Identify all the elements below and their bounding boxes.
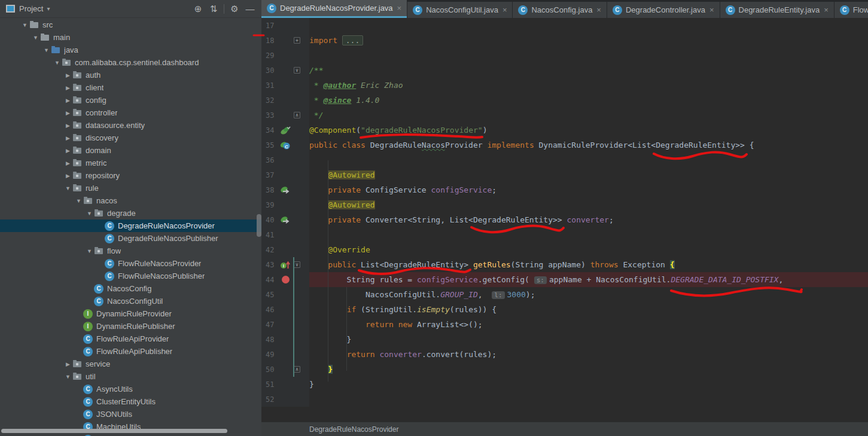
tree-row-rule[interactable]: ▼rule: [0, 182, 261, 194]
code-line-38[interactable]: 38 private ConfigService configService;: [261, 182, 868, 197]
code-line-36[interactable]: 36: [261, 153, 868, 167]
code-line-51[interactable]: 51}: [261, 377, 868, 392]
class-icon: C: [267, 4, 276, 13]
tree-row-asyncutils[interactable]: CAsyncUtils: [0, 383, 261, 395]
tree-row-nacosconfigutil[interactable]: CNacosConfigUtil: [0, 295, 261, 307]
code-line-18[interactable]: 18+import ...: [261, 33, 868, 48]
editor-tab-nacosconfig-java[interactable]: CNacosConfig.java×: [513, 2, 606, 18]
code-line-29[interactable]: 29: [261, 48, 868, 63]
tree-row-degrade[interactable]: ▼degrade: [0, 207, 261, 219]
code-line-34[interactable]: 34@Component("degradeRuleNacosProvider"): [261, 123, 868, 138]
tree-row-java[interactable]: ▼java: [0, 44, 261, 56]
code-line-17[interactable]: 17: [261, 18, 868, 33]
tree-row-metric[interactable]: ▶metric: [0, 157, 261, 169]
tree-vertical-scrollbar[interactable]: [257, 214, 261, 237]
spring-leaves-icon[interactable]: [278, 126, 293, 135]
code-line-39[interactable]: 39 @Autowired: [261, 197, 868, 212]
tree-row-partial[interactable]: C: [0, 433, 261, 436]
code-line-41[interactable]: 41: [261, 227, 868, 242]
code-line-48[interactable]: 48 }: [261, 332, 868, 347]
code-line-47[interactable]: 47 return new ArrayList<>();: [261, 317, 868, 332]
code-line-44[interactable]: 44 String rules = configService.getConfi…: [261, 272, 868, 287]
tree-row-jsonutils[interactable]: CJSONUtils: [0, 408, 261, 420]
code-line-32[interactable]: 32 * @since 1.4.0: [261, 93, 868, 108]
tree-row-degraderulenacosprovider[interactable]: CDegradeRuleNacosProvider: [0, 219, 261, 232]
tree-row-service[interactable]: ▶service: [0, 358, 261, 370]
locate-icon[interactable]: ⊕: [190, 4, 206, 14]
tree-row-domain[interactable]: ▶domain: [0, 144, 261, 157]
hide-panel-icon[interactable]: —: [242, 4, 258, 14]
breadcrumb-item[interactable]: DegradeRuleNacosProvider: [309, 425, 398, 434]
fold-marker-icon[interactable]: ∧: [294, 366, 300, 373]
code-line-31[interactable]: 31 * @author Eric Zhao: [261, 78, 868, 93]
tree-row-nacosconfig[interactable]: CNacosConfig: [0, 282, 261, 295]
tree-row-src[interactable]: ▼src: [0, 19, 261, 31]
code-line-42[interactable]: 42 @Override: [261, 242, 868, 257]
breakpoint-icon[interactable]: [278, 275, 293, 285]
settings-gear-icon[interactable]: ⚙: [227, 4, 242, 14]
tree-row-clusterentityutils[interactable]: CClusterEntityUtils: [0, 395, 261, 408]
tree-horizontal-scrollbar[interactable]: [1, 429, 227, 433]
fold-marker-icon[interactable]: ∧: [294, 112, 300, 118]
class-icon: C: [105, 221, 114, 231]
close-icon[interactable]: ×: [824, 5, 829, 14]
tree-row-datasource-entity[interactable]: ▶datasource.entity: [0, 119, 261, 132]
code-line-49[interactable]: 49 return converter.convert(rules);: [261, 347, 868, 362]
editor-tab-degradecontroller-java[interactable]: CDegradeController.java×: [607, 2, 720, 18]
editor-tab-degraderuleentity-java[interactable]: CDegradeRuleEntity.java×: [720, 2, 834, 18]
code-line-37[interactable]: 37 @Autowired: [261, 167, 868, 182]
code-text: @Autowired: [309, 197, 868, 212]
code-line-52[interactable]: 52: [261, 392, 868, 407]
code-line-46[interactable]: 46 if (StringUtil.isEmpty(rules)) {: [261, 302, 868, 317]
tree-row-label: NacosConfig: [107, 284, 151, 293]
project-tree[interactable]: ▼src▼main▼java▼com.alibaba.csp.sentinel.…: [0, 19, 261, 436]
tree-row-config[interactable]: ▶config: [0, 94, 261, 106]
tree-row-discovery[interactable]: ▶discovery: [0, 132, 261, 144]
tree-row-auth[interactable]: ▶auth: [0, 69, 261, 81]
editor-tab-degraderulenacosprovider-java[interactable]: CDegradeRuleNacosProvider.java×: [261, 0, 407, 18]
collapse-all-icon[interactable]: ⇅: [206, 4, 221, 14]
close-icon[interactable]: ×: [709, 5, 714, 14]
spring-bean-icon[interactable]: C: [278, 141, 293, 150]
code-line-33[interactable]: 33∧ */: [261, 108, 868, 123]
tree-row-flowruleapipublisher[interactable]: CFlowRuleApiPublisher: [0, 345, 261, 358]
tree-row-main[interactable]: ▼main: [0, 31, 261, 44]
overrides-method-icon[interactable]: I: [278, 260, 293, 270]
tree-row-client[interactable]: ▶client: [0, 81, 261, 94]
gutter-icon-spacer: [278, 320, 293, 330]
autowire-arrow-icon[interactable]: [278, 215, 293, 225]
tree-row-dynamicruleprovider[interactable]: IDynamicRuleProvider: [0, 307, 261, 320]
tree-row-flow[interactable]: ▼flow: [0, 245, 261, 257]
tree-row-flowrulenacosprovider[interactable]: CFlowRuleNacosProvider: [0, 257, 261, 270]
tree-row-controller[interactable]: ▶controller: [0, 106, 261, 119]
tree-row-dynamicrulepublisher[interactable]: IDynamicRulePublisher: [0, 320, 261, 333]
code-line-45[interactable]: 45 NacosConfigUtil.GROUP_ID, l:3000);: [261, 287, 868, 302]
package-icon: [62, 58, 71, 68]
code-line-35[interactable]: 35Cpublic class DegradeRuleNacosProvider…: [261, 138, 868, 153]
tree-row-degraderulenacospublisher[interactable]: CDegradeRuleNacosPublisher: [0, 232, 261, 245]
autowire-arrow-icon[interactable]: [278, 185, 293, 195]
fold-marker-icon[interactable]: +: [294, 37, 300, 44]
tree-row-com-alibaba-csp-sentinel-dashboard[interactable]: ▼com.alibaba.csp.sentinel.dashboard: [0, 56, 261, 69]
code-line-50[interactable]: 50∧ }: [261, 362, 868, 377]
tree-row-flowruleapiprovider[interactable]: CFlowRuleApiProvider: [0, 333, 261, 345]
chevron-expanded-icon: ▼: [85, 248, 94, 254]
tree-row-flowrulenacospublisher[interactable]: CFlowRuleNacosPublisher: [0, 270, 261, 282]
line-number: 31: [261, 81, 278, 90]
fold-marker-icon[interactable]: ∨: [294, 261, 300, 268]
code-line-30[interactable]: 30∨/**: [261, 63, 868, 78]
tree-row-util[interactable]: ▼util: [0, 370, 261, 383]
chevron-down-icon[interactable]: ▾: [47, 5, 50, 12]
tree-row-repository[interactable]: ▶repository: [0, 169, 261, 182]
close-icon[interactable]: ×: [502, 5, 507, 14]
editor-tab-nacosconfigutil-java[interactable]: CNacosConfigUtil.java×: [407, 2, 512, 18]
code-line-43[interactable]: 43I∨ public List<DegradeRuleEntity> getR…: [261, 257, 868, 272]
fold-marker-icon[interactable]: ∨: [294, 67, 300, 74]
close-icon[interactable]: ×: [596, 5, 601, 14]
tree-row-nacos[interactable]: ▼nacos: [0, 194, 261, 207]
code-line-40[interactable]: 40 private Converter<String, List<Degrad…: [261, 212, 868, 227]
class-icon: C: [518, 5, 528, 15]
editor-tab-flowrulen[interactable]: CFlowRuleN: [835, 2, 868, 18]
code-editor[interactable]: 1718+import ...2930∨/**31 * @author Eric…: [261, 18, 868, 422]
close-icon[interactable]: ×: [397, 4, 402, 13]
